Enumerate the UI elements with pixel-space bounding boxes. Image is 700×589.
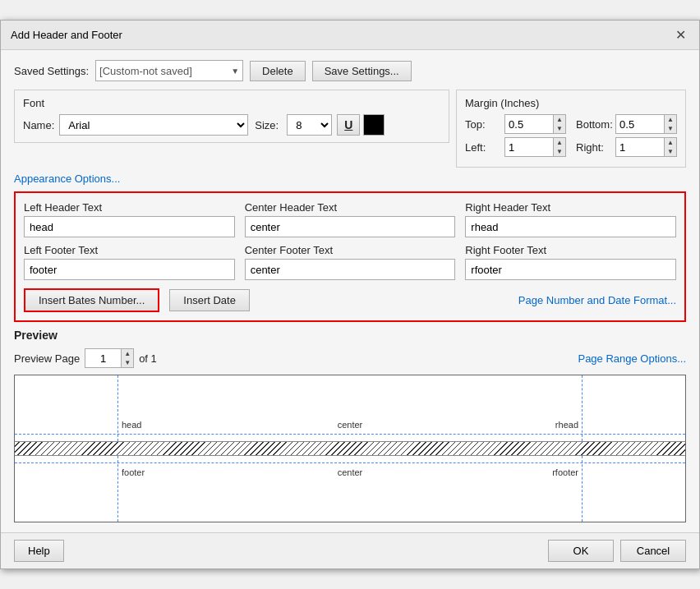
dialog-add-header-footer: Add Header and Footer ✕ Saved Settings: …	[0, 20, 700, 569]
preview-header-center-text: center	[338, 420, 363, 430]
margin-left-arrows: ▲ ▼	[554, 137, 566, 157]
margin-right-input[interactable]: 1	[615, 137, 665, 157]
font-section: Font Name: Arial Times New Roman Courier…	[14, 90, 449, 143]
center-header-input[interactable]: center	[245, 216, 456, 237]
preview-footer-right-text: rfooter	[552, 467, 578, 477]
margin-lr-row: Left: 1 ▲ ▼ Right: 1 ▲ ▼	[465, 137, 677, 157]
right-footer-input[interactable]: rfooter	[465, 259, 676, 280]
font-size-label: Size:	[255, 119, 279, 131]
preview-header-right-text: rhead	[555, 420, 578, 430]
right-footer-label: Right Footer Text	[465, 244, 676, 256]
margin-bottom-down-arrow[interactable]: ▼	[665, 124, 676, 133]
left-header-input[interactable]: head	[24, 216, 235, 237]
preview-footer-line	[15, 462, 685, 463]
text-fields-section: Left Header Text head Center Header Text…	[14, 191, 686, 322]
preview-canvas: head center rhead footer center rfooter	[14, 375, 686, 522]
combo-arrow-icon: ▼	[231, 67, 239, 76]
preview-page-up-arrow[interactable]: ▲	[122, 349, 133, 358]
preview-footer-center-text: center	[338, 467, 363, 477]
left-header-label: Left Header Text	[24, 201, 235, 214]
dialog-title: Add Header and Footer	[11, 29, 122, 41]
left-header-group: Left Header Text head	[24, 201, 235, 237]
margin-left-down-arrow[interactable]: ▼	[554, 147, 565, 156]
margin-right-down-arrow[interactable]: ▼	[665, 147, 676, 156]
text-fields-grid: Left Header Text head Center Header Text…	[24, 201, 676, 280]
preview-label: Preview	[14, 329, 686, 342]
font-name-select[interactable]: Arial Times New Roman Courier New	[59, 114, 248, 136]
margin-left-up-arrow[interactable]: ▲	[554, 138, 565, 147]
center-header-label: Center Header Text	[245, 201, 456, 214]
preview-footer-area: footer center rfooter	[15, 456, 685, 522]
page-number-date-format-link[interactable]: Page Number and Date Format...	[518, 294, 676, 306]
page-range-options-link[interactable]: Page Range Options...	[578, 352, 686, 365]
margin-left-spin: 1 ▲ ▼	[504, 137, 566, 157]
right-footer-group: Right Footer Text rfooter	[465, 244, 676, 280]
zigzag-pattern	[15, 442, 685, 455]
action-row: Insert Bates Number... Insert Date Page …	[24, 288, 676, 312]
preview-header-line	[15, 434, 685, 435]
center-footer-group: Center Footer Text center	[245, 244, 456, 280]
margin-top-label: Top:	[465, 118, 504, 131]
margin-top-arrows: ▲ ▼	[554, 114, 566, 134]
saved-settings-combo[interactable]: [Custom-not saved] ▼	[95, 60, 243, 81]
font-row: Name: Arial Times New Roman Courier New …	[23, 114, 440, 136]
save-settings-button[interactable]: Save Settings...	[312, 61, 412, 81]
preview-header-area: head center rhead	[15, 375, 685, 441]
saved-settings-value: [Custom-not saved]	[99, 65, 231, 77]
left-footer-label: Left Footer Text	[24, 244, 235, 256]
center-header-group: Center Header Text center	[245, 201, 456, 237]
center-footer-label: Center Footer Text	[245, 244, 456, 256]
center-footer-input[interactable]: center	[245, 259, 456, 280]
right-header-input[interactable]: rhead	[465, 216, 676, 237]
preview-footer-right-vline	[582, 456, 583, 522]
margin-right-spin: 1 ▲ ▼	[615, 137, 677, 157]
saved-settings-label: Saved Settings:	[14, 65, 89, 77]
close-button[interactable]: ✕	[672, 27, 689, 43]
margin-bottom-up-arrow[interactable]: ▲	[665, 115, 676, 124]
margin-right-up-arrow[interactable]: ▲	[665, 138, 676, 147]
margin-bottom-arrows: ▲ ▼	[665, 114, 677, 134]
margin-left-label: Left:	[465, 141, 504, 154]
preview-right-vline	[582, 375, 583, 441]
top-sections: Font Name: Arial Times New Roman Courier…	[14, 90, 686, 168]
font-size-select[interactable]: 8 10 12 14	[287, 114, 332, 136]
margin-left-input[interactable]: 1	[504, 137, 554, 157]
dialog-body: Saved Settings: [Custom-not saved] ▼ Del…	[1, 50, 699, 532]
saved-settings-row: Saved Settings: [Custom-not saved] ▼ Del…	[14, 60, 686, 81]
left-footer-input[interactable]: footer	[24, 259, 235, 280]
margin-top-input[interactable]: 0.5	[504, 114, 554, 134]
preview-left-vline	[117, 375, 118, 441]
left-footer-group: Left Footer Text footer	[24, 244, 235, 280]
preview-header-left-text: head	[122, 420, 141, 430]
margin-section: Margin (Inches) Top: 0.5 ▲ ▼ Bottom: 0.5	[456, 90, 686, 168]
font-name-label: Name:	[23, 119, 54, 131]
margin-bottom-input[interactable]: 0.5	[615, 114, 665, 134]
margin-top-row: Top: 0.5 ▲ ▼ Bottom: 0.5 ▲ ▼	[465, 114, 677, 134]
margin-top-spin: 0.5 ▲ ▼	[504, 114, 566, 134]
preview-page-arrows: ▲ ▼	[122, 348, 134, 368]
margin-top-down-arrow[interactable]: ▼	[554, 124, 565, 133]
font-underline-button[interactable]: U	[337, 114, 360, 136]
dialog-footer: Help OK Cancel	[1, 532, 699, 568]
preview-of-label: of 1	[139, 352, 157, 365]
font-color-button[interactable]	[363, 114, 385, 136]
margin-bottom-spin: 0.5 ▲ ▼	[615, 114, 677, 134]
insert-date-button[interactable]: Insert Date	[169, 289, 250, 311]
appearance-options-link[interactable]: Appearance Options...	[14, 173, 686, 185]
ok-button[interactable]: OK	[548, 540, 614, 562]
preview-footer-left-text: footer	[122, 467, 145, 477]
preview-footer-left-vline	[117, 456, 118, 522]
preview-page-label: Preview Page	[14, 352, 80, 365]
margin-section-label: Margin (Inches)	[465, 97, 677, 109]
preview-section: Preview Preview Page 1 ▲ ▼ of 1 Page Ran…	[14, 329, 686, 522]
help-button[interactable]: Help	[14, 540, 64, 562]
insert-bates-number-button[interactable]: Insert Bates Number...	[24, 288, 159, 312]
preview-page-down-arrow[interactable]: ▼	[122, 358, 133, 367]
right-header-label: Right Header Text	[465, 201, 676, 214]
delete-button[interactable]: Delete	[250, 61, 306, 81]
cancel-button[interactable]: Cancel	[620, 540, 686, 562]
preview-page-input[interactable]: 1	[85, 348, 122, 368]
preview-separator	[15, 441, 685, 456]
margin-right-label: Right:	[576, 141, 615, 154]
margin-top-up-arrow[interactable]: ▲	[554, 115, 565, 124]
